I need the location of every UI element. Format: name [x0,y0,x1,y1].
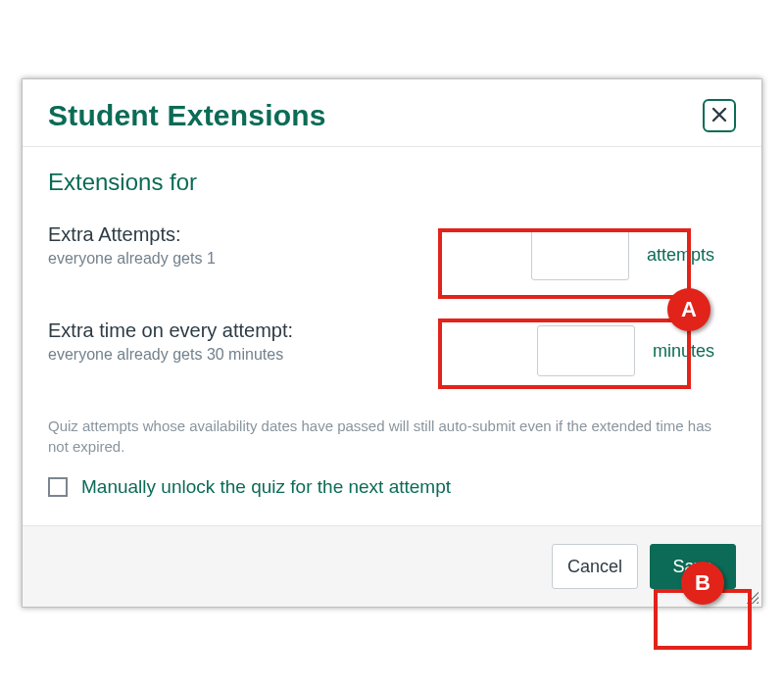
extra-attempts-label: Extra Attempts: [48,223,216,246]
save-button[interactable]: Save [650,544,736,589]
manual-unlock-label[interactable]: Manually unlock the quiz for the next at… [81,476,451,498]
extra-attempts-row: Extra Attempts: everyone already gets 1 … [48,223,736,286]
dialog-title: Student Extensions [48,99,326,132]
extra-time-row: Extra time on every attempt: everyone al… [48,319,736,382]
extra-attempts-hint: everyone already gets 1 [48,250,216,268]
resize-grip-icon[interactable] [743,588,759,604]
dialog-body: Extensions for Extra Attempts: everyone … [23,147,761,525]
auto-submit-note: Quiz attempts whose availability dates h… [48,416,736,457]
close-button[interactable] [703,99,736,132]
extra-time-input[interactable] [537,325,635,376]
dialog-header: Student Extensions [23,79,761,147]
save-button-label: Save [672,557,712,577]
extra-attempts-input[interactable] [531,229,629,280]
dialog-footer: Cancel Save [23,525,761,607]
extra-attempts-input-group: attempts [521,223,736,286]
manual-unlock-checkbox[interactable] [48,477,68,497]
student-extensions-dialog: Student Extensions Extensions for Extra … [22,78,762,608]
extra-time-hint: everyone already gets 30 minutes [48,346,293,364]
manual-unlock-row: Manually unlock the quiz for the next at… [48,476,736,498]
cancel-button[interactable]: Cancel [552,544,638,589]
close-icon [711,107,727,125]
extra-attempts-unit: attempts [647,245,714,266]
extra-time-input-group: minutes [527,319,736,382]
cancel-button-label: Cancel [567,557,622,577]
extra-time-unit: minutes [653,341,714,362]
extra-time-label: Extra time on every attempt: [48,319,293,342]
extensions-for-subtitle: Extensions for [48,169,736,196]
